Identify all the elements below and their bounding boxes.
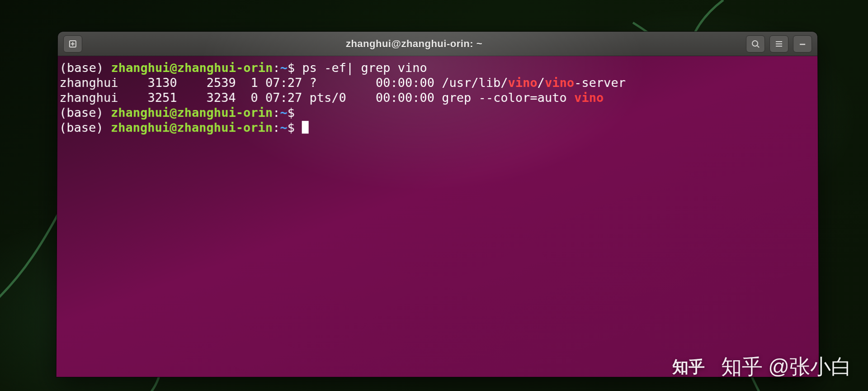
- search-icon: [751, 39, 760, 48]
- window-title: zhanghui@zhanghui-orin: ~: [88, 38, 741, 49]
- terminal-body[interactable]: (base) zhanghui@zhanghui-orin:~$ ps -ef|…: [57, 56, 819, 377]
- terminal-line: (base) zhanghui@zhanghui-orin:~$ ps -ef|…: [60, 61, 816, 76]
- search-button[interactable]: [746, 35, 765, 52]
- new-tab-button[interactable]: [63, 35, 82, 52]
- terminal-window: zhanghui@zhanghui-orin: ~ (base) zhanghu…: [57, 32, 819, 377]
- window-titlebar: zhanghui@zhanghui-orin: ~: [58, 32, 817, 56]
- minimize-icon: [798, 39, 807, 48]
- svg-point-1: [752, 40, 758, 46]
- zhihu-logo-icon: 知乎: [672, 357, 713, 377]
- prompt-env: (base): [60, 61, 111, 75]
- prompt-userhost: zhanghui@zhanghui-orin: [111, 61, 273, 75]
- terminal-line: (base) zhanghui@zhanghui-orin:~$: [59, 120, 816, 135]
- new-tab-icon: [68, 39, 77, 48]
- menu-button[interactable]: [769, 35, 788, 52]
- terminal-line: zhanghui 3251 3234 0 07:27 pts/0 00:00:0…: [59, 91, 816, 105]
- terminal-cursor: [302, 121, 309, 134]
- prompt-path: ~: [280, 61, 288, 75]
- grep-match: vino: [508, 76, 538, 90]
- terminal-line: (base) zhanghui@zhanghui-orin:~$: [59, 105, 816, 120]
- watermark: 知乎 知乎 @张小白: [672, 353, 852, 381]
- minimize-button[interactable]: [793, 35, 812, 52]
- hamburger-menu-icon: [774, 39, 783, 48]
- svg-text:知乎: 知乎: [672, 358, 705, 376]
- grep-match: vino: [574, 91, 604, 105]
- watermark-text: 知乎 @张小白: [721, 353, 852, 381]
- command-text: ps -ef| grep vino: [302, 61, 427, 75]
- grep-match: vino: [545, 76, 574, 90]
- terminal-line: zhanghui 3130 2539 1 07:27 ? 00:00:00 /u…: [59, 76, 816, 91]
